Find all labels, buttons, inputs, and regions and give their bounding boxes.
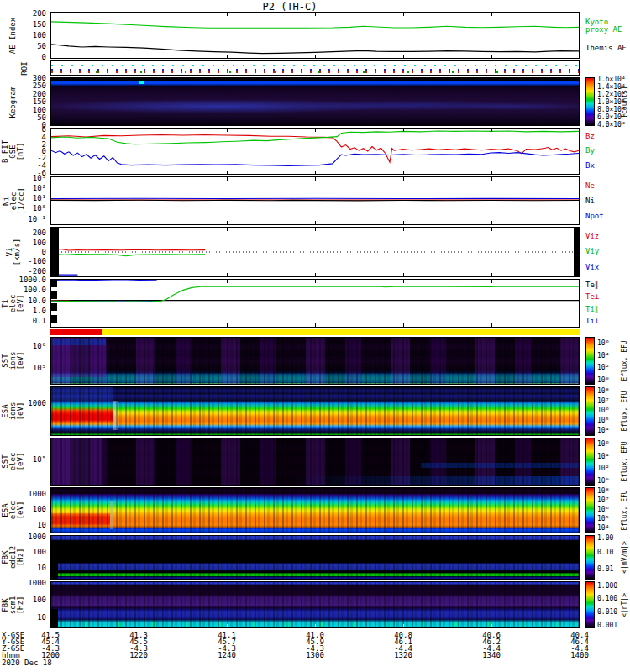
sst-elec-streaks [51,438,579,485]
vi-xticks-top [51,228,579,231]
esa-elec-colorbar-unit: Eflux, EFU [618,487,630,533]
roi-axis-title: ROI [15,60,34,76]
density-yaxis: 10³10²10¹10⁰10⁻¹ [2,176,49,225]
temperature-plot [51,280,579,327]
velocity-yaxis: 2001000-100-200 [2,227,49,277]
velocity-flag-bar-right [574,228,579,276]
esa-ions-colorbar [585,386,595,436]
density-axis-title: Ni elec [1/cc] [2,176,25,225]
ae-index-plot [51,13,579,58]
bfit-axis-title: B FIT GSE [nT] [2,128,25,175]
ae-xticks-top [51,13,579,16]
esa-elec-yaxis: 100010010 [2,487,49,533]
footer-row-hhmm: hhmm1200122012401300132013401400 [0,652,630,659]
esa-ions-colorbar-unit: Eflux, EFU [618,386,630,436]
fbk-scm1-colorbar [585,581,595,628]
velocity-axis-title: Vi [km/s] [2,227,25,277]
fbk-scm1-axis-title: FBK scm1 [Hz] [2,581,25,628]
temperature-yaxis: 1000.0100.010.01.00.1 [2,279,49,328]
fbk-scm1-colorbar-unit: <|nT|> [618,581,630,628]
esa-ions-yaxis: 1000 [2,386,49,436]
esa-ions-streaks [51,387,579,435]
esa-ions-axis-title: ESA ions [eV] [2,386,25,436]
sst-ions-colorbar-unit: Eflux, EFU [618,337,630,385]
sst-ions-streaks [51,338,579,384]
roi-cyan-dots [51,65,579,66]
bfit-yaxis: 6420-2-4-6 [2,128,49,175]
velocity-flag-bar-left [51,228,59,276]
temp-xticks-top [51,280,579,283]
temperature-series-labels: Te∥Te⊥Ti∥Ti⊥ [585,279,629,328]
panel-bfit [50,128,580,175]
fbk-scm1-streaks [51,582,579,627]
ae-axis-title: AE Index [2,12,25,59]
panel-roi [50,60,580,76]
density-plot [51,177,579,224]
sst-elec-colorbar-unit: Eflux, EFU [618,438,630,486]
ae-xticks-bottom [51,55,579,58]
keogram-yaxis: 300250200150100500 [2,77,49,126]
fbk-edc12-colorbar-unit: <|mV/m|> [618,535,630,580]
fbk-edc12-flag-bar [51,559,58,579]
ni-xticks-bottom [51,221,579,224]
panel-esa-ions [50,386,580,436]
mode-bar [50,329,580,335]
bfit-series-labels: BzByBx [585,129,629,173]
panel-keogram [50,77,580,126]
themis-summary-plot: P2 (TH-C) AE Index 200150100500 Kyoto pr… [0,0,630,672]
velocity-series-labels: VizViyVix [585,228,629,276]
panel-temperature [50,279,580,328]
density-series-labels: NeNiNpot [585,178,629,223]
panel-density [50,176,580,225]
panel-sst-elec [50,438,580,486]
sst-ions-yaxis: 10⁶10⁵ [2,337,49,385]
panel-sst-ions [50,337,580,385]
footer-date: 2020 Dec 18 [0,659,630,666]
keogram-aurora-cloud [51,78,579,125]
mode-segment [102,329,580,335]
keogram-colorbar [585,77,595,126]
keogram-colorbar-unit: [counts] [618,77,630,126]
fbk-edc12-colorbar [585,535,595,580]
temp-xticks-bottom [51,323,579,327]
sst-elec-colorbar [585,438,595,486]
fbk-scm1-xticks [51,624,579,627]
keogram-bright-speck [139,81,144,83]
page-title: P2 (TH-C) [0,1,580,13]
panel-ae-index [50,12,580,59]
mode-segment [50,329,102,335]
bfit-xticks-top [51,129,579,132]
ni-xticks-top [51,177,579,181]
fbk-edc12-axis-title: FBK edc12 [Hz] [2,535,25,580]
esa-elec-streaks [51,488,579,533]
ae-series-labels: Kyoto proxy AEThemis AE [585,13,629,57]
panel-velocity [50,227,580,277]
bfit-xticks-bottom [51,171,579,174]
esa-elec-colorbar [585,487,595,533]
keogram-axis-title: Keogram [2,77,25,126]
sst-ions-axis-title: SST ions [eV] [2,337,25,385]
fbk-scm1-yaxis: 100010010 [2,581,49,628]
esa-elec-axis-title: ESA elec [eV] [2,487,25,533]
vi-xticks-bottom [51,273,579,276]
sst-elec-yaxis: 10⁵ [2,438,49,486]
fbk-edc12-streaks [51,536,579,579]
ae-yaxis: 200150100500 [2,12,49,59]
panel-fbk-scm1 [50,581,580,628]
fbk-edc12-yaxis: 100010010 [2,535,49,580]
sst-elec-axis-title: SST elec [eV] [2,438,25,486]
temperature-axis-title: Ti elec [eV] [2,279,25,328]
roi-red-green-dots [51,71,579,73]
sst-ions-colorbar [585,337,595,385]
panel-esa-elec [50,487,580,533]
bfit-plot [51,129,579,174]
temperature-flag-bar [51,280,57,327]
velocity-plot [51,228,579,276]
panel-fbk-edc12 [50,535,580,580]
